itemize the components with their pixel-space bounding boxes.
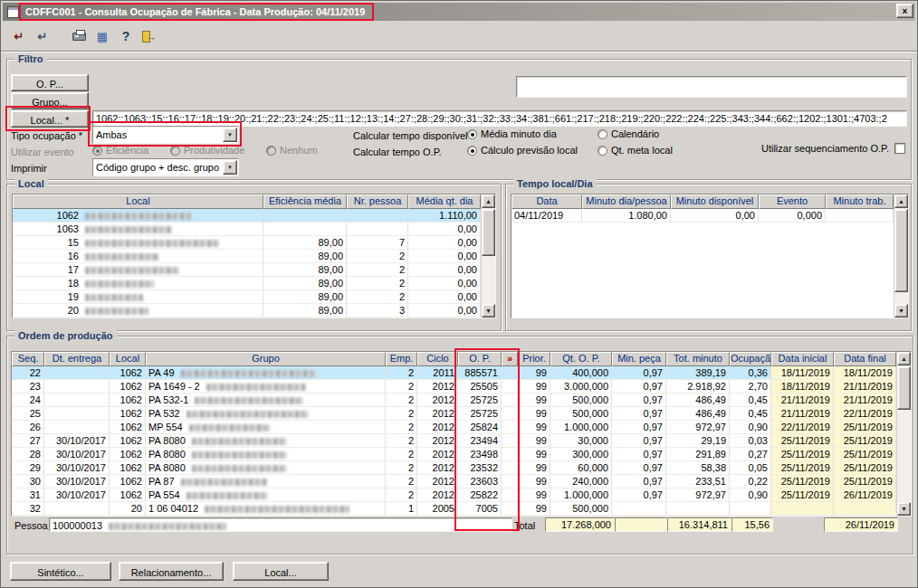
cell-data-inicial: 25/11/2019 bbox=[771, 448, 834, 460]
radio-calendario[interactable]: Calendário bbox=[598, 128, 659, 140]
cell-prior: 99 bbox=[518, 434, 550, 447]
column-header-ciclo[interactable]: Ciclo bbox=[417, 352, 458, 366]
ordem-row[interactable]: 2730/10/20171062PA 808022012234949930,00… bbox=[12, 434, 911, 448]
local-row[interactable]: 10630,00 bbox=[13, 223, 495, 236]
local-legend: Local bbox=[14, 178, 48, 190]
column-header-prior[interactable]: Prior. bbox=[518, 352, 550, 366]
column-header-eficiencia-media[interactable]: Eficiência média bbox=[263, 194, 347, 209]
scroll-up-icon[interactable]: ▲ bbox=[482, 194, 495, 208]
local-row[interactable]: 1789,0020,00 bbox=[13, 263, 495, 277]
titlebar[interactable]: CDFFC001 - Consulta Ocupação de Fábrica … bbox=[3, 3, 915, 21]
calc-op-label: Calcular tempo O.P. bbox=[353, 146, 442, 158]
column-header-evento[interactable]: Evento bbox=[759, 194, 826, 209]
local-filter-button[interactable]: Local... * bbox=[11, 110, 89, 128]
cell-min-peca: 0,97 bbox=[612, 366, 666, 379]
local-button[interactable]: Local... bbox=[233, 562, 329, 581]
column-header-data-inicial[interactable]: Data inicial bbox=[771, 352, 834, 366]
scroll-up-icon[interactable]: ▲ bbox=[894, 194, 908, 208]
vertical-scrollbar[interactable]: ▲ ▼ bbox=[481, 194, 495, 318]
sequenciamento-checkbox[interactable] bbox=[894, 143, 905, 154]
ordem-row[interactable]: 3130/10/20171062PA 5542201225822991.000,… bbox=[12, 488, 911, 502]
scroll-down-icon[interactable]: ▼ bbox=[897, 502, 911, 516]
tipo-ocupacao-value: Ambas bbox=[93, 128, 222, 143]
scroll-thumb[interactable] bbox=[897, 366, 911, 410]
scroll-thumb[interactable] bbox=[894, 209, 908, 292]
grupo-filter-button[interactable]: Grupo... bbox=[11, 92, 89, 109]
ordem-row[interactable]: 2930/10/20171062PA 808022012235329960,00… bbox=[12, 461, 911, 475]
pessoa-field[interactable]: 100000013 bbox=[49, 517, 512, 532]
column-header-local[interactable]: Local bbox=[13, 194, 263, 209]
ordem-row[interactable]: 221062PA 492201188557199400,0000,97389,1… bbox=[12, 366, 911, 380]
local-row[interactable]: 2089,0030,00 bbox=[13, 304, 495, 318]
tipo-ocupacao-select[interactable]: Ambas ▼ bbox=[92, 126, 239, 144]
cell-tot-minuto: 291,89 bbox=[666, 448, 730, 460]
column-header-expand[interactable]: » bbox=[502, 352, 518, 366]
ordem-row[interactable]: 2830/10/20171062PA 8080220122349899300,0… bbox=[12, 448, 911, 461]
column-header-media-qt-dia[interactable]: Média qt. dia bbox=[408, 194, 481, 209]
grupo-filter-field[interactable] bbox=[516, 76, 907, 98]
chevron-down-icon[interactable]: ▼ bbox=[223, 128, 237, 142]
help-icon[interactable]: ? bbox=[115, 26, 137, 46]
print-icon[interactable] bbox=[68, 26, 90, 46]
ordem-row[interactable]: 3030/10/20171062PA 87220122360399240,000… bbox=[12, 475, 911, 488]
scroll-down-icon[interactable]: ▼ bbox=[482, 304, 495, 318]
tempo-row[interactable]: 04/11/20191.080,000,000,000 bbox=[512, 209, 908, 223]
op-filter-button[interactable]: O. P... bbox=[11, 74, 89, 91]
local-row[interactable]: 1989,0020,00 bbox=[13, 290, 495, 304]
column-header-seq[interactable]: Seq. bbox=[12, 352, 44, 366]
column-header-min-peca[interactable]: Min. peça bbox=[612, 352, 666, 366]
ordem-row[interactable]: 261062MP 5542201225824991.000,0000,97972… bbox=[12, 421, 911, 434]
cell-data-inicial: 25/11/2019 bbox=[771, 461, 834, 474]
cell-grupo: PA 1649 - 2 bbox=[146, 380, 386, 393]
cell-ocupacao: 2,70 bbox=[730, 380, 771, 393]
column-header-data[interactable]: Data bbox=[512, 194, 582, 209]
ordem-row[interactable]: 32201 06 0401212005700599500,000 bbox=[12, 502, 911, 516]
imprimir-select[interactable]: Código grupo + desc. grupo ▼ bbox=[92, 158, 239, 176]
ordem-row[interactable]: 231062PA 1649 - 22201225505993.000,0000,… bbox=[12, 380, 911, 394]
close-button[interactable]: × bbox=[896, 4, 913, 18]
cell-seq: 26 bbox=[12, 421, 44, 433]
local-row[interactable]: 1889,0020,00 bbox=[13, 277, 495, 290]
column-header-qt-op[interactable]: Qt. O. P. bbox=[550, 352, 612, 366]
column-header-op[interactable]: O. P. bbox=[458, 352, 502, 366]
cell-data-final: 22/11/2019 bbox=[834, 407, 896, 420]
local-filter-value[interactable]: 1062:;1063:;15:;16:;17:;18:;19:;20:;21:;… bbox=[92, 110, 907, 127]
vertical-scrollbar[interactable]: ▲ ▼ bbox=[894, 194, 908, 318]
ordem-row[interactable]: 241062PA 532-1220122572599500,0000,97486… bbox=[12, 394, 911, 407]
scroll-up-icon[interactable]: ▲ bbox=[897, 352, 911, 365]
column-header-nr-pessoa[interactable]: Nr. pessoa bbox=[347, 194, 408, 209]
column-header-minuto-trab[interactable]: Minuto trab. bbox=[826, 194, 894, 209]
column-header-local[interactable]: Local bbox=[110, 352, 146, 366]
column-header-grupo[interactable]: Grupo bbox=[146, 352, 386, 366]
column-header-ocupacao[interactable]: Ocupação bbox=[730, 352, 771, 366]
column-header-dt-entrega[interactable]: Dt. entrega bbox=[44, 352, 110, 366]
ordem-row[interactable]: 251062PA 532220122572599500,0000,97486,4… bbox=[12, 407, 911, 421]
grid-icon[interactable]: ▦ bbox=[91, 26, 113, 46]
cell-tot-minuto: 389,19 bbox=[666, 366, 730, 379]
sintetico-button[interactable]: Sintético... bbox=[10, 562, 111, 581]
column-header-minuto-dia-pessoa[interactable]: Minuto dia/pessoa bbox=[582, 194, 671, 209]
vertical-scrollbar[interactable]: ▲ ▼ bbox=[896, 352, 911, 516]
local-filter-text: 1062:;1063:;15:;16:;17:;18:;19:;20:;21:;… bbox=[96, 113, 887, 124]
run-group-icon[interactable]: ↵ bbox=[32, 26, 53, 46]
exit-icon[interactable]: → bbox=[139, 26, 160, 46]
column-header-tot-minuto[interactable]: Tot. minuto bbox=[666, 352, 730, 366]
relacionamento-button[interactable]: Relacionamento... bbox=[119, 562, 224, 581]
scroll-thumb[interactable] bbox=[482, 209, 495, 256]
chevron-down-icon[interactable]: ▼ bbox=[223, 160, 237, 175]
scroll-down-icon[interactable]: ▼ bbox=[894, 304, 908, 318]
run-icon[interactable]: ↵ bbox=[8, 26, 30, 46]
radio-media-minuto-dia[interactable]: Média minuto dia bbox=[467, 128, 557, 140]
radio-calculo-previsao-local[interactable]: Cálculo previsão local bbox=[467, 144, 578, 156]
radio-qt-meta-local[interactable]: Qt. meta local bbox=[598, 144, 673, 156]
column-header-data-final[interactable]: Data final bbox=[834, 352, 896, 366]
local-row[interactable]: 1689,0020,00 bbox=[13, 250, 495, 263]
cell-expand bbox=[502, 421, 518, 433]
cell-local: 1062 bbox=[110, 475, 146, 488]
cell-min-peca: 0,97 bbox=[612, 434, 666, 447]
local-row[interactable]: 1589,0070,00 bbox=[13, 236, 495, 250]
column-header-minuto-disponivel[interactable]: Minuto disponível bbox=[671, 194, 759, 209]
local-row[interactable]: 10621.110,00 bbox=[13, 209, 495, 223]
column-header-emp[interactable]: Emp. bbox=[386, 352, 417, 366]
cell-seq: 23 bbox=[12, 380, 44, 393]
